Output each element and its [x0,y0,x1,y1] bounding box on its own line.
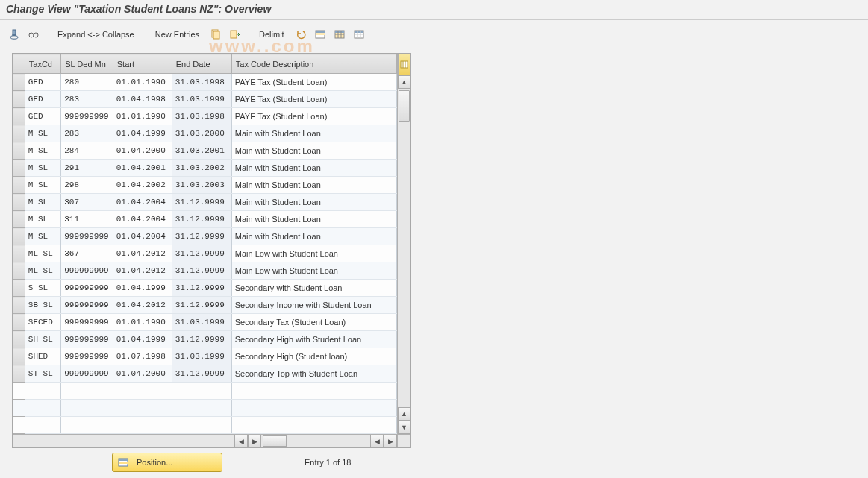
cell-sldedmn[interactable]: 280 [61,74,113,91]
cell-start[interactable]: 01.04.2004 [113,228,172,245]
cell-sldedmn[interactable]: 298 [61,177,113,194]
table-row[interactable]: M SL30701.04.200431.12.9999Main with Stu… [13,194,397,211]
cell-sldedmn[interactable]: 311 [61,211,113,228]
cell-sldedmn[interactable]: 999999999 [61,331,113,348]
table-row[interactable]: M SL31101.04.200431.12.9999Main with Stu… [13,211,397,228]
new-entries-button[interactable]: New Entries [150,25,204,44]
cell-taxcd[interactable]: M SL [25,160,60,177]
expand-collapse-button[interactable]: Expand <-> Collapse [52,25,140,44]
cell-start[interactable]: 01.04.2004 [113,211,172,228]
cell-enddate[interactable]: 31.03.1998 [172,108,231,125]
cell-enddate[interactable]: 31.03.2000 [172,125,231,142]
col-start[interactable]: Start [113,54,172,74]
cell-description[interactable]: Secondary High with Student Loan [231,331,396,348]
row-selector[interactable] [13,91,25,108]
table-row[interactable]: GED28301.04.199831.03.1999PAYE Tax (Stud… [13,91,397,108]
cell-description[interactable]: Secondary Top with Student Loan [231,365,396,383]
cell-taxcd[interactable] [25,383,60,400]
cell-description[interactable]: Main with Student Loan [231,142,396,160]
cell-enddate[interactable]: 31.03.1999 [172,348,231,365]
cell-sldedmn[interactable]: 999999999 [61,365,113,383]
row-selector[interactable] [13,108,25,125]
cell-enddate[interactable]: 31.12.9999 [172,365,231,383]
cell-sldedmn[interactable] [61,400,113,417]
cell-start[interactable] [113,400,172,417]
cell-description[interactable] [231,383,396,400]
table-row[interactable]: M SL99999999901.04.200431.12.9999Main wi… [13,228,397,245]
cell-description[interactable]: Secondary with Student Loan [231,280,396,297]
cell-description[interactable] [231,417,396,434]
cell-start[interactable]: 01.04.1998 [113,91,172,108]
cell-enddate[interactable]: 31.03.2002 [172,160,231,177]
row-selector[interactable] [13,280,25,297]
cell-start[interactable]: 01.01.1990 [113,314,172,331]
position-button[interactable]: Position... [112,453,222,472]
row-selector[interactable] [13,262,25,280]
row-selector[interactable] [13,331,25,348]
cell-sldedmn[interactable]: 283 [61,91,113,108]
copy-icon[interactable] [207,26,224,43]
row-selector[interactable] [13,160,25,177]
cell-start[interactable]: 01.04.2002 [113,177,172,194]
cell-enddate[interactable] [172,383,231,400]
row-selector[interactable] [13,314,25,331]
row-selector[interactable] [13,228,25,245]
cell-start[interactable]: 01.07.1998 [113,348,172,365]
col-description[interactable]: Tax Code Description [231,54,396,74]
table-select-all-icon[interactable] [331,26,348,43]
cell-sldedmn[interactable] [61,417,113,434]
cell-taxcd[interactable]: GED [25,91,60,108]
cell-taxcd[interactable]: ST SL [25,365,60,383]
cell-taxcd[interactable]: GED [25,108,60,125]
cell-description[interactable]: Main with Student Loan [231,228,396,245]
row-selector[interactable] [13,142,25,160]
cell-start[interactable]: 01.04.2004 [113,194,172,211]
row-selector[interactable] [13,211,25,228]
horizontal-scrollbar[interactable]: ◀ ▶ ◀ ▶ [13,434,410,447]
cell-taxcd[interactable]: SH SL [25,331,60,348]
cell-start[interactable]: 01.04.2012 [113,297,172,314]
cell-enddate[interactable]: 31.03.1998 [172,74,231,91]
cell-taxcd[interactable]: SB SL [25,297,60,314]
cell-sldedmn[interactable]: 284 [61,142,113,160]
row-selector[interactable] [13,383,25,400]
cell-description[interactable] [231,400,396,417]
table-row[interactable] [13,417,397,434]
scroll-thumb[interactable] [399,90,410,122]
col-taxcd[interactable]: TaxCd [25,54,60,74]
cell-description[interactable]: Secondary High (Student loan) [231,348,396,365]
cell-enddate[interactable]: 31.12.9999 [172,331,231,348]
hscroll-thumb[interactable] [263,435,287,447]
row-selector[interactable] [13,297,25,314]
scroll-track[interactable] [398,89,410,407]
cell-taxcd[interactable]: M SL [25,125,60,142]
delimit-button[interactable]: Delimit [254,25,290,44]
cell-taxcd[interactable]: S SL [25,280,60,297]
cell-description[interactable]: Secondary Income with Student Loan [231,297,396,314]
cell-sldedmn[interactable]: 999999999 [61,228,113,245]
configure-columns-icon[interactable] [398,54,410,75]
col-sldedmn[interactable]: SL Ded Mn [61,54,113,74]
cell-taxcd[interactable]: SECED [25,314,60,331]
cell-start[interactable]: 01.04.2012 [113,262,172,280]
cell-start[interactable]: 01.04.1999 [113,280,172,297]
table-select-icon[interactable] [312,26,328,43]
cell-enddate[interactable]: 31.12.9999 [172,211,231,228]
data-grid[interactable]: TaxCd SL Ded Mn Start End Date Tax Code … [13,54,397,434]
toggle-display-icon[interactable] [6,26,22,43]
table-row[interactable]: GED99999999901.01.199031.03.1998PAYE Tax… [13,108,397,125]
cell-enddate[interactable]: 31.03.1999 [172,91,231,108]
cell-start[interactable]: 01.04.2001 [113,160,172,177]
cell-description[interactable]: PAYE Tax (Student Loan) [231,74,396,91]
cell-start[interactable] [113,417,172,434]
cell-enddate[interactable]: 31.03.2003 [172,177,231,194]
cell-sldedmn[interactable]: 999999999 [61,348,113,365]
cell-taxcd[interactable] [25,417,60,434]
cell-description[interactable]: Secondary Tax (Student Loan) [231,314,396,331]
scroll-up-inner-icon[interactable]: ▲ [398,407,410,421]
cell-enddate[interactable]: 31.12.9999 [172,228,231,245]
select-all-header[interactable] [13,54,25,74]
scroll-right-icon[interactable]: ▶ [248,435,261,447]
cell-enddate[interactable]: 31.12.9999 [172,297,231,314]
scroll-up-icon[interactable]: ▲ [398,75,410,89]
